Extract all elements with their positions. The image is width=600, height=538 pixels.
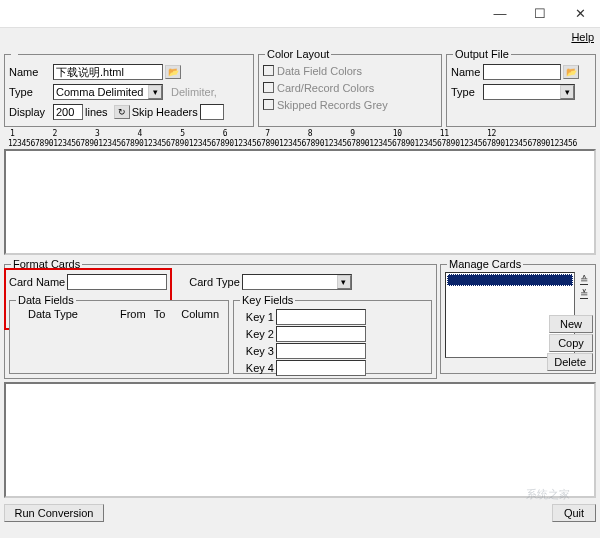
- card-type-label: Card Type: [189, 276, 240, 288]
- list-selected-item[interactable]: [447, 274, 573, 286]
- ruler: 123456789101112 123456789012345678901234…: [4, 129, 596, 149]
- checkbox-label: Skipped Records Grey: [277, 99, 388, 111]
- run-conversion-button[interactable]: Run Conversion: [4, 504, 104, 522]
- key-input[interactable]: [276, 343, 366, 359]
- format-cards-legend: Format Cards: [11, 258, 82, 270]
- card-name-label: Card Name: [9, 276, 65, 288]
- combo-arrow-icon[interactable]: ▾: [560, 85, 574, 99]
- help-menu[interactable]: Help: [571, 31, 594, 43]
- move-down-button[interactable]: ≚: [577, 286, 591, 300]
- preview-pane[interactable]: [4, 149, 596, 255]
- combo-arrow-icon[interactable]: ▾: [337, 275, 351, 289]
- manage-cards-group: Manage Cards ≙ ≚ New Copy Delete: [440, 258, 596, 374]
- refresh-icon[interactable]: ↻: [114, 105, 130, 119]
- card-name-input[interactable]: [67, 274, 167, 290]
- close-button[interactable]: ✕: [560, 0, 600, 27]
- copy-button[interactable]: Copy: [549, 334, 593, 352]
- open-output-icon[interactable]: 📂: [563, 65, 579, 79]
- skipped-records-grey-checkbox[interactable]: Skipped Records Grey: [263, 96, 388, 113]
- format-cards-group: Format Cards Card Name Card Type ▾ Data …: [4, 258, 437, 379]
- key-label: Key 4: [238, 362, 274, 374]
- output-name-input[interactable]: [483, 64, 561, 80]
- skip-headers-label: Skip Headers: [132, 106, 198, 118]
- data-fields-group: Data Fields Data Type From To Column: [9, 294, 229, 374]
- col-from: From: [120, 308, 146, 320]
- key-input[interactable]: [276, 360, 366, 376]
- delimiter-label: Delimiter,: [171, 86, 217, 98]
- new-button[interactable]: New: [549, 315, 593, 333]
- source-group: . Name 📂 Type Comma Delimited ▾ Delimite…: [4, 48, 254, 127]
- type-label: Type: [9, 86, 51, 98]
- maximize-button[interactable]: ☐: [520, 0, 560, 27]
- key-input[interactable]: [276, 309, 366, 325]
- display-lines-input[interactable]: [53, 104, 83, 120]
- output-type-combo[interactable]: ▾: [483, 84, 575, 100]
- output-file-legend: Output File: [453, 48, 511, 60]
- key-fields-group: Key Fields Key 1Key 2Key 3Key 4: [233, 294, 432, 374]
- combo-arrow-icon[interactable]: ▾: [148, 85, 162, 99]
- output-preview-pane[interactable]: [4, 382, 596, 498]
- checkbox-label: Data Field Colors: [277, 65, 362, 77]
- name-label: Name: [9, 66, 51, 78]
- key-input[interactable]: [276, 326, 366, 342]
- card-record-colors-checkbox[interactable]: Card/Record Colors: [263, 79, 374, 96]
- delete-button[interactable]: Delete: [547, 353, 593, 371]
- col-data-type: Data Type: [28, 308, 78, 320]
- data-field-colors-checkbox[interactable]: Data Field Colors: [263, 62, 362, 79]
- source-name-input[interactable]: [53, 64, 163, 80]
- key-label: Key 3: [238, 345, 274, 357]
- data-fields-legend: Data Fields: [16, 294, 76, 306]
- manage-cards-legend: Manage Cards: [447, 258, 523, 270]
- output-type-label: Type: [451, 86, 481, 98]
- col-column: Column: [181, 308, 219, 320]
- minimize-button[interactable]: —: [480, 0, 520, 27]
- color-layout-group: Color Layout Data Field Colors Card/Reco…: [258, 48, 442, 127]
- skip-headers-input[interactable]: [200, 104, 224, 120]
- card-type-combo[interactable]: ▾: [242, 274, 352, 290]
- key-label: Key 1: [238, 311, 274, 323]
- lines-label: lines: [85, 106, 108, 118]
- color-layout-legend: Color Layout: [265, 48, 331, 60]
- output-file-group: Output File Name 📂 Type ▾: [446, 48, 596, 127]
- move-up-button[interactable]: ≙: [577, 272, 591, 286]
- display-label: Display: [9, 106, 51, 118]
- checkbox-label: Card/Record Colors: [277, 82, 374, 94]
- key-fields-legend: Key Fields: [240, 294, 295, 306]
- output-name-label: Name: [451, 66, 481, 78]
- open-file-icon[interactable]: 📂: [165, 65, 181, 79]
- col-to: To: [154, 308, 166, 320]
- quit-button[interactable]: Quit: [552, 504, 596, 522]
- source-type-combo[interactable]: Comma Delimited ▾: [53, 84, 163, 100]
- key-label: Key 2: [238, 328, 274, 340]
